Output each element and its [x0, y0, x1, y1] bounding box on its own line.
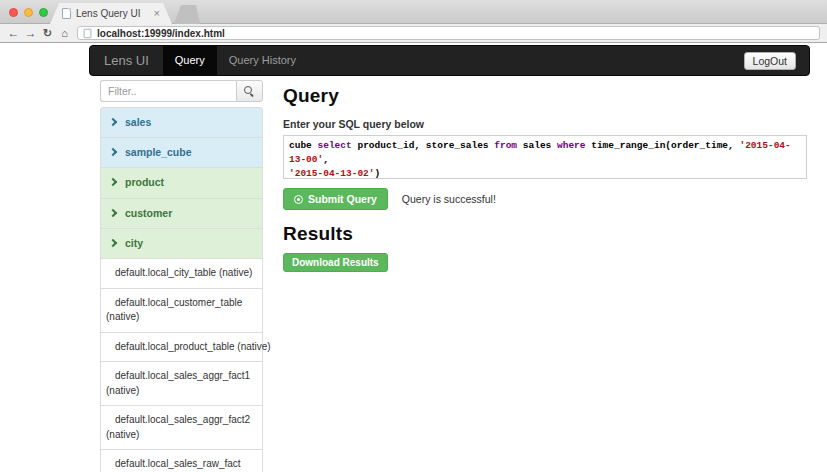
- table-item[interactable]: default.local_sales_aggr_fact1(native): [100, 361, 263, 406]
- refresh-icon[interactable]: ↻: [39, 25, 56, 42]
- browser-tab-bar: Lens Query UI ×: [0, 0, 827, 24]
- query-instruction-label: Enter your SQL query below: [283, 118, 807, 130]
- table-item[interactable]: default.local_customer_table(native): [100, 288, 263, 333]
- browser-toolbar: ← → ↻ ⌂ localhost:19999/index.html: [0, 24, 827, 43]
- cube-table-list: salessample_cubeproductcustomercitydefau…: [100, 107, 263, 472]
- chevron-right-icon: [109, 208, 117, 216]
- home-icon[interactable]: ⌂: [56, 25, 73, 42]
- nav-item-query[interactable]: Query: [163, 46, 217, 75]
- logout-button[interactable]: LogOut: [744, 52, 796, 70]
- cube-item-sales[interactable]: sales: [100, 107, 263, 138]
- chevron-right-icon: [109, 118, 117, 126]
- new-tab-button[interactable]: [174, 5, 200, 24]
- tab-title: Lens Query UI: [76, 8, 149, 19]
- chevron-right-icon: [109, 178, 117, 186]
- chevron-right-icon: [109, 148, 117, 156]
- filter-input[interactable]: [100, 80, 236, 102]
- chevron-right-icon: [109, 239, 117, 247]
- window-close-button[interactable]: [9, 8, 18, 17]
- table-item[interactable]: default.local_sales_raw_fact(native): [100, 449, 263, 472]
- nav-item-query-history[interactable]: Query History: [217, 46, 308, 75]
- cube-item-customer[interactable]: customer: [100, 198, 263, 229]
- navbar-items: QueryQuery History: [163, 46, 308, 75]
- main-content: Query Enter your SQL query below cube se…: [283, 85, 807, 272]
- navbar-brand[interactable]: Lens UI: [90, 46, 163, 75]
- sql-query-editor[interactable]: cube select product_id, store_sales from…: [283, 135, 807, 179]
- address-bar[interactable]: localhost:19999/index.html: [77, 26, 820, 40]
- forward-icon[interactable]: →: [22, 25, 39, 42]
- submit-row: Submit Query Query is successful!: [283, 188, 807, 210]
- app-navbar: Lens UI QueryQuery History LogOut: [89, 45, 810, 76]
- download-results-label: Download Results: [292, 257, 379, 268]
- page-icon: [84, 28, 92, 37]
- back-icon[interactable]: ←: [5, 25, 22, 42]
- sidebar: salessample_cubeproductcustomercitydefau…: [100, 80, 263, 472]
- cube-item-sample_cube[interactable]: sample_cube: [100, 137, 263, 168]
- page-content: Lens UI QueryQuery History LogOut saless…: [0, 43, 827, 472]
- download-results-button[interactable]: Download Results: [283, 253, 388, 272]
- window-controls: [9, 8, 48, 17]
- results-title: Results: [283, 223, 807, 245]
- favicon-page-icon: [62, 8, 71, 19]
- tab-close-icon[interactable]: ×: [154, 8, 160, 19]
- window-zoom-button[interactable]: [39, 8, 48, 17]
- window-minimize-button[interactable]: [24, 8, 33, 17]
- cube-item-city[interactable]: city: [100, 228, 263, 259]
- submit-query-label: Submit Query: [308, 193, 377, 205]
- table-item[interactable]: default.local_city_table (native): [100, 258, 263, 289]
- query-status-message: Query is successful!: [402, 193, 496, 205]
- record-icon: [294, 195, 303, 204]
- browser-tab[interactable]: Lens Query UI ×: [50, 3, 172, 24]
- submit-query-button[interactable]: Submit Query: [283, 188, 388, 210]
- search-button[interactable]: [236, 80, 263, 102]
- cube-item-product[interactable]: product: [100, 167, 263, 198]
- table-item[interactable]: default.local_sales_aggr_fact2(native): [100, 405, 263, 450]
- table-item[interactable]: default.local_product_table (native): [100, 332, 263, 363]
- search-icon: [244, 86, 255, 97]
- url-text: localhost:19999/index.html: [97, 28, 225, 39]
- page-title: Query: [283, 85, 807, 107]
- filter-group: [100, 80, 263, 102]
